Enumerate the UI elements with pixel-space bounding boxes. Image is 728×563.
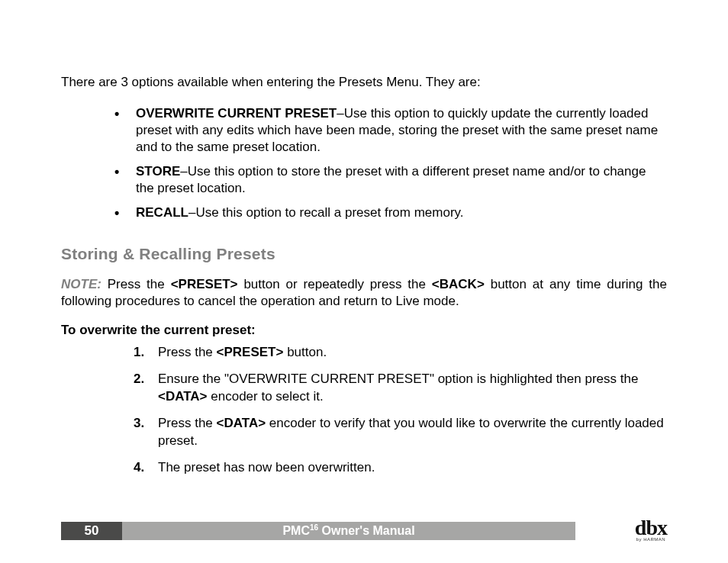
note-label: NOTE: [61,277,101,291]
intro-paragraph: There are 3 options available when enter… [61,74,667,92]
step-text: Press the [158,345,217,359]
section-heading: Storing & Recalling Presets [61,245,667,263]
footer-bar: 50 PMC16 Owner's Manual [61,522,575,540]
step-text: button. [283,345,327,359]
step-item: Press the <PRESET> button. [134,344,667,362]
step-item: Ensure the "OVERWRITE CURRENT PRESET" op… [134,371,667,406]
note-paragraph: NOTE: Press the <PRESET> button or repea… [61,276,667,311]
manual-label: Owner's Manual [318,525,415,538]
step-text: Press the [158,416,217,430]
button-ref-preset: <PRESET> [171,277,238,291]
page-footer: 50 PMC16 Owner's Manual dbx by HARMAN [61,519,667,540]
list-item: RECALL–Use this option to recall a prese… [114,204,667,221]
list-item: OVERWRITE CURRENT PRESET–Use this option… [114,105,667,156]
step-item: The preset has now been overwritten. [134,459,667,477]
option-term: STORE [136,164,180,179]
option-desc: –Use this option to recall a preset from… [188,205,464,220]
button-ref-back: <BACK> [432,277,485,291]
page-number: 50 [85,523,99,539]
brand-sub-text: by HARMAN [635,537,667,542]
brand-logo: dbx by HARMAN [635,517,667,542]
brand-main-text: dbx [635,517,667,539]
button-ref-preset: <PRESET> [217,345,284,359]
steps-list: Press the <PRESET> button. Ensure the "O… [61,344,667,477]
document-page: There are 3 options available when enter… [0,0,728,563]
page-number-box: 50 [61,522,122,540]
button-ref-data: <DATA> [158,389,208,404]
footer-title-box: PMC16 Owner's Manual [122,522,575,540]
product-name: PMC16 Owner's Manual [282,523,414,538]
product-prefix: PMC [282,525,310,538]
note-text: Press the [101,277,171,291]
list-item: STORE–Use this option to store the prese… [114,163,667,197]
step-text: Ensure the "OVERWRITE CURRENT PRESET" op… [158,372,638,386]
option-term: RECALL [136,205,188,220]
options-list: OVERWRITE CURRENT PRESET–Use this option… [61,105,667,222]
option-term: OVERWRITE CURRENT PRESET [136,106,337,121]
button-ref-data: <DATA> [217,416,266,430]
step-text: The preset has now been overwritten. [158,460,375,475]
subheading: To overwrite the current preset: [61,323,667,338]
step-text: encoder to select it. [208,389,324,404]
option-desc: –Use this option to store the preset wit… [136,164,646,195]
note-text: button or repeatedly press the [238,277,432,291]
product-super: 16 [310,523,318,532]
step-item: Press the <DATA> encoder to verify that … [134,415,667,450]
